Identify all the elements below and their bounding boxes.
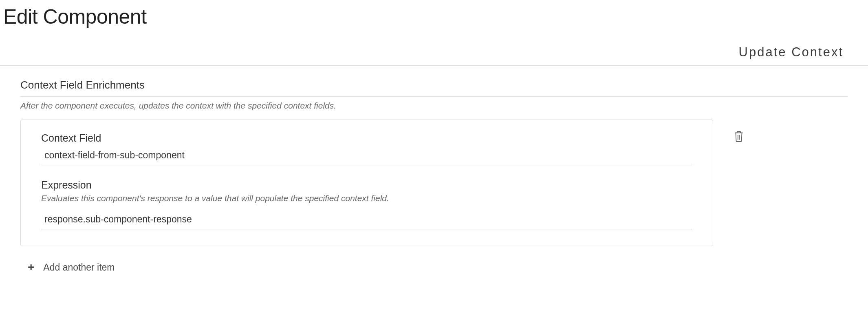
enrichment-card: Context Field Expression Evaluates this … — [20, 120, 713, 246]
expression-label: Expression — [41, 179, 692, 191]
enrichment-item: Context Field Expression Evaluates this … — [20, 120, 848, 246]
plus-icon: + — [28, 262, 34, 273]
tab-update-context[interactable]: Update Context — [0, 45, 868, 66]
add-another-item-button[interactable]: + Add another item — [20, 262, 848, 273]
trash-icon[interactable] — [734, 130, 744, 142]
expression-help: Evaluates this component's response to a… — [41, 193, 692, 203]
enrichments-description: After the component executes, updates th… — [20, 101, 848, 111]
expression-input[interactable] — [41, 211, 692, 229]
add-another-item-label: Add another item — [43, 262, 115, 273]
enrichments-title: Context Field Enrichments — [20, 79, 848, 91]
page-title: Edit Component — [0, 0, 868, 45]
context-field-label: Context Field — [41, 132, 692, 144]
context-field-input[interactable] — [41, 147, 692, 165]
